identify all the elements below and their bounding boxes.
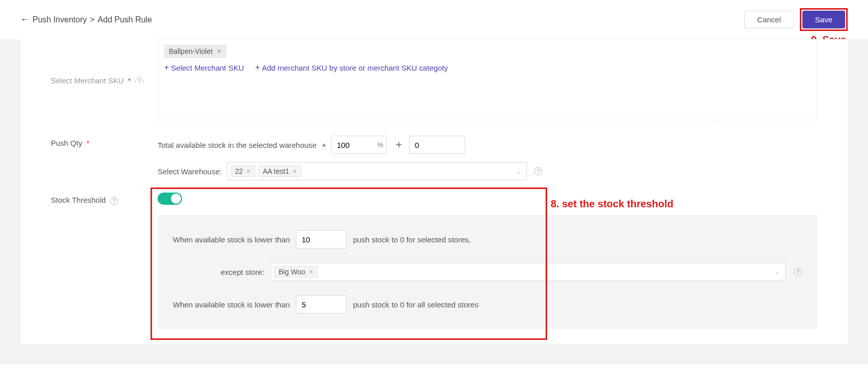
warehouse-label: Select Warehouse:	[158, 167, 222, 176]
warehouse-select[interactable]: 22 ✕ AA test1 ✕ ⌄	[227, 162, 527, 180]
sku-links-row: + Select Merchant SKU + Add merchant SKU…	[164, 58, 811, 72]
close-icon[interactable]: ✕	[292, 168, 297, 175]
except-label: except store:	[221, 268, 264, 276]
threshold-label: Stock Threshold ?	[51, 193, 158, 205]
percent-sign: %	[377, 141, 383, 149]
threshold-toggle[interactable]	[158, 193, 182, 205]
warehouse-tag-label: 22	[235, 167, 243, 175]
chevron-down-icon: ⌄	[775, 268, 780, 275]
except-store-select[interactable]: Big Woo ✕ ⌄	[271, 263, 786, 281]
add-sku-link-label: Add merchant SKU by store or merchant SK…	[262, 64, 448, 72]
sku-chip-label: Ballpen-Violet	[169, 47, 213, 55]
topbar: ← Push Inventory > Add Push Rule Cancel …	[0, 0, 868, 39]
sku-chip: Ballpen-Violet ✕	[164, 45, 226, 58]
sku-row: Select Merchant SKU * ? Ballpen-Violet ✕…	[51, 39, 817, 123]
annotation-save-box: Save 9. Save	[800, 8, 848, 31]
sku-label-cut: Select Merchant SKU * ?	[51, 76, 158, 83]
offset-input[interactable]	[409, 136, 465, 154]
warehouse-row: Select Warehouse: 22 ✕ AA test1 ✕ ⌄ ?	[158, 162, 817, 180]
pushqty-formula: Total available stock in the selected wa…	[158, 136, 817, 154]
thr1-text-b: push stock to 0 for selected stores,	[353, 235, 471, 244]
threshold-rule-2: When available stock is lower than push …	[173, 295, 802, 313]
close-icon[interactable]: ✕	[309, 269, 313, 275]
except-store-row: except store: Big Woo ✕ ⌄ ?	[173, 263, 802, 281]
toggle-knob	[171, 194, 181, 204]
thr2-input[interactable]	[296, 295, 347, 313]
cancel-button[interactable]: Cancel	[744, 11, 794, 28]
multiply-icon: ×	[322, 141, 326, 149]
required-mark: *	[128, 76, 131, 83]
back-arrow-icon[interactable]: ←	[20, 14, 29, 25]
chevron-down-icon: ⌄	[516, 168, 521, 175]
save-button[interactable]: Save	[802, 11, 845, 28]
help-icon[interactable]: ?	[110, 197, 118, 205]
except-store-tag: Big Woo ✕	[274, 266, 318, 277]
thr1-input[interactable]	[296, 230, 347, 248]
thr1-text-a: When available stock is lower than	[173, 235, 290, 244]
plus-operator: +	[396, 138, 402, 151]
help-icon[interactable]: ?	[135, 77, 143, 83]
breadcrumb: ← Push Inventory > Add Push Rule	[20, 14, 152, 25]
add-sku-link[interactable]: + Add merchant SKU by store or merchant …	[255, 63, 448, 72]
breadcrumb-parent[interactable]: Push Inventory	[33, 15, 87, 24]
help-icon[interactable]: ?	[794, 268, 802, 276]
breadcrumb-current: Add Push Rule	[98, 15, 152, 24]
pushqty-prefix: Total available stock in the selected wa…	[158, 141, 317, 149]
threshold-rule-1: When available stock is lower than push …	[173, 230, 802, 248]
plus-icon: +	[164, 63, 169, 72]
close-icon[interactable]: ✕	[246, 168, 251, 175]
sku-box: Ballpen-Violet ✕ + Select Merchant SKU +…	[158, 39, 817, 120]
select-sku-link[interactable]: + Select Merchant SKU	[164, 63, 244, 72]
threshold-control: When available stock is lower than push …	[158, 193, 817, 329]
select-sku-link-label: Select Merchant SKU	[171, 64, 244, 72]
form-card: Select Merchant SKU * ? Ballpen-Violet ✕…	[20, 39, 848, 344]
sku-control: Ballpen-Violet ✕ + Select Merchant SKU +…	[158, 39, 817, 120]
pushqty-control: Total available stock in the selected wa…	[158, 136, 817, 180]
topbar-actions: Cancel Save 9. Save	[744, 8, 848, 31]
except-store-tag-label: Big Woo	[279, 268, 306, 276]
threshold-box: When available stock is lower than push …	[158, 215, 817, 329]
page-body: Select Merchant SKU * ? Ballpen-Violet ✕…	[0, 39, 868, 364]
pushqty-row: Push Qty * Total available stock in the …	[51, 123, 817, 180]
pushqty-label: Push Qty *	[51, 136, 158, 147]
thr2-text-a: When available stock is lower than	[173, 300, 290, 309]
threshold-row: Stock Threshold ? When available stock i…	[51, 180, 817, 329]
annotation-threshold-text: 8. set the stock threshold	[551, 198, 673, 210]
plus-icon: +	[255, 63, 260, 72]
warehouse-tag-label: AA test1	[263, 167, 289, 175]
warehouse-tag: 22 ✕	[230, 166, 255, 177]
warehouse-tag: AA test1 ✕	[258, 166, 302, 177]
thr2-text-b: push stock to 0 for all selected stores	[353, 300, 478, 309]
close-icon[interactable]: ✕	[217, 48, 222, 55]
help-icon[interactable]: ?	[534, 167, 542, 175]
required-mark: *	[86, 139, 89, 147]
breadcrumb-sep: >	[90, 15, 95, 24]
